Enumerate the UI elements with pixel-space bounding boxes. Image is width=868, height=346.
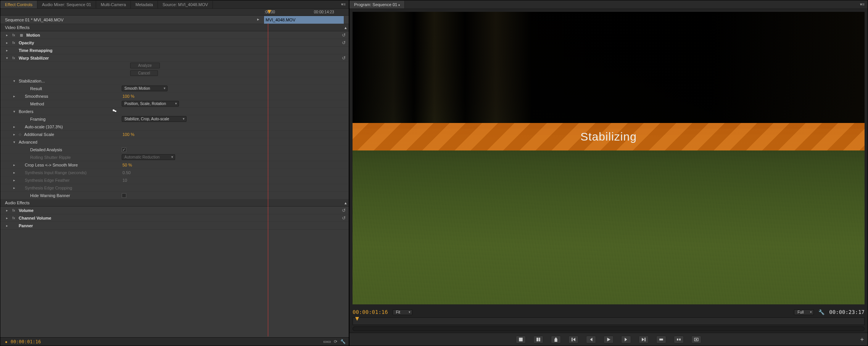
effect-panner[interactable]: ▸ Panner — [0, 222, 349, 230]
twisty-icon[interactable]: ▾ — [11, 79, 17, 83]
effect-label: Motion — [26, 33, 40, 37]
stopwatch-icon[interactable]: ◇ — [17, 133, 23, 136]
audio-effects-collapse-icon[interactable]: ▴ — [345, 200, 347, 205]
prop-label: Additional Scale — [23, 132, 122, 137]
fx-badge-icon[interactable]: fx — [11, 209, 16, 212]
tab-multi-camera[interactable]: Multi-Camera — [96, 1, 131, 8]
tab-program[interactable]: Program: Sequence 01 ▾ — [349, 1, 405, 8]
twisty-icon[interactable]: ▸ — [11, 163, 17, 167]
panel-menu-icon[interactable]: ▾≡ — [860, 2, 868, 7]
effect-time-remapping[interactable]: ▸ Time Remapping — [0, 47, 349, 54]
program-monitor-canvas[interactable]: Stabilizing — [353, 12, 865, 304]
wrench-icon[interactable]: 🔧 — [340, 339, 346, 344]
twisty-icon[interactable]: ▸ — [11, 94, 17, 98]
program-duration-timecode: 00:00:23:17 — [829, 309, 865, 315]
clip-name-chip[interactable]: MVI_4048.MOV — [264, 16, 344, 24]
step-back-button[interactable] — [586, 336, 596, 343]
prop-label: Auto-scale (107.3%) — [23, 124, 122, 129]
sequence-dropdown-icon[interactable]: ▾ — [398, 3, 400, 7]
video-effects-collapse-icon[interactable]: ▴ — [345, 25, 347, 30]
playback-resolution-dropdown[interactable]: Full — [794, 309, 814, 315]
zoom-slider-icon[interactable]: ▭▭ — [323, 339, 331, 344]
settings-wrench-icon[interactable]: 🔧 — [818, 309, 825, 315]
tab-effect-controls[interactable]: Effect Controls — [0, 1, 37, 8]
twisty-icon: ▸ — [11, 171, 17, 175]
fx-badge-icon[interactable]: fx — [11, 41, 16, 45]
smoothness-value[interactable]: 100 % — [122, 94, 134, 99]
fx-badge-icon[interactable]: fx — [11, 56, 16, 60]
group-stabilization[interactable]: ▾ Stabilization... — [0, 77, 349, 85]
effect-channel-volume[interactable]: ▸ fx Channel Volume ↺ — [0, 214, 349, 222]
twisty-icon: ▸ — [11, 178, 17, 182]
twisty-icon[interactable]: ▾ — [11, 110, 17, 113]
loop-icon[interactable]: ⟳ — [334, 339, 337, 344]
go-to-in-button[interactable] — [568, 336, 578, 343]
fx-badge-icon[interactable]: fx — [11, 33, 16, 37]
fx-badge-icon[interactable]: fx — [11, 216, 16, 220]
twisty-icon[interactable]: ▸ — [5, 209, 9, 212]
prop-label: Synthesis Input Range (seconds) — [23, 170, 122, 175]
reset-icon[interactable]: ↺ — [342, 32, 346, 38]
show-timeline-toggle-icon[interactable]: ▸ — [257, 17, 259, 22]
twisty-icon[interactable]: ▸ — [11, 133, 17, 136]
go-to-out-button[interactable] — [639, 336, 649, 343]
twisty-icon[interactable]: ▸ — [11, 125, 17, 129]
program-time-ruler[interactable] — [353, 317, 865, 325]
prop-label: Method — [23, 102, 122, 106]
mark-out-button[interactable] — [533, 336, 543, 343]
effect-controls-playhead-line[interactable] — [268, 23, 268, 336]
footer-timecode[interactable]: 00:00:01:16 — [11, 339, 41, 344]
mark-in-button[interactable] — [516, 336, 526, 343]
cancel-button[interactable]: Cancel — [130, 70, 158, 76]
tab-metadata[interactable]: Metadata — [131, 1, 158, 8]
detailed-analysis-checkbox[interactable]: ✓ — [122, 147, 126, 152]
add-marker-button[interactable] — [551, 336, 561, 343]
reset-icon[interactable]: ↺ — [342, 55, 346, 61]
tab-audio-mixer[interactable]: Audio Mixer: Sequence 01 — [37, 1, 96, 8]
tab-source[interactable]: Source: MVI_4048.MOV — [158, 1, 213, 8]
reset-icon[interactable]: ↺ — [342, 208, 346, 213]
svg-rect-0 — [519, 338, 523, 341]
zoom-fit-dropdown[interactable]: Fit — [393, 309, 412, 315]
twisty-icon[interactable]: ▸ — [5, 49, 9, 52]
method-dropdown[interactable]: Position, Scale, Rotation — [122, 101, 179, 107]
effect-motion[interactable]: ▸ fx ▦ Motion ↺ — [0, 31, 349, 39]
step-forward-button[interactable] — [621, 336, 631, 343]
program-scrollbar[interactable] — [353, 327, 865, 331]
lift-button[interactable] — [656, 336, 666, 343]
effect-warp-stabilizer[interactable]: ▾ fx Warp Stabilizer ↺ — [0, 54, 349, 62]
play-button[interactable] — [604, 336, 614, 343]
crop-less-value[interactable]: 50 % — [122, 163, 132, 167]
synth-range-value: 0.50 — [122, 170, 130, 175]
group-borders[interactable]: ▾ Borders — [0, 108, 349, 115]
export-frame-button[interactable] — [691, 336, 701, 343]
result-dropdown[interactable]: Smooth Motion — [122, 86, 167, 91]
effect-opacity[interactable]: ▸ fx Opacity ↺ — [0, 39, 349, 47]
twisty-icon[interactable]: ▸ — [5, 33, 9, 37]
twisty-icon[interactable]: ▾ — [5, 56, 9, 60]
analyze-button[interactable]: Analyze — [130, 63, 160, 68]
hide-banner-checkbox[interactable] — [122, 193, 126, 198]
additional-scale-value[interactable]: 100 % — [122, 132, 134, 137]
prop-label: Hide Warning Banner — [23, 193, 122, 198]
reset-icon[interactable]: ↺ — [342, 215, 346, 221]
button-editor-icon[interactable]: + — [860, 336, 864, 343]
program-playhead-icon[interactable] — [355, 317, 359, 321]
effect-volume[interactable]: ▸ fx Volume ↺ — [0, 207, 349, 214]
program-time-bar: 00:00:01:16 Fit Full 🔧 00:00:23:17 — [353, 307, 865, 317]
twisty-icon[interactable]: ▸ — [5, 41, 9, 45]
prop-label: Synthesis Edge Feather — [23, 178, 122, 183]
sequence-clip-header: Sequence 01 * MVI_4048.MOV ▸ MVI_4048.MO… — [0, 16, 349, 24]
prop-label: Rolling Shutter Ripple — [23, 155, 122, 160]
extract-button[interactable] — [674, 336, 684, 343]
effect-label: Channel Volume — [19, 216, 51, 220]
twisty-icon[interactable]: ▸ — [5, 224, 9, 228]
twisty-icon[interactable]: ▾ — [11, 140, 17, 144]
framing-dropdown[interactable]: Stabilize, Crop, Auto-scale — [122, 116, 187, 122]
panel-menu-icon[interactable]: ▾≡ — [341, 2, 349, 7]
twisty-icon[interactable]: ▸ — [5, 216, 9, 220]
group-advanced[interactable]: ▾ Advanced — [0, 138, 349, 146]
program-current-timecode[interactable]: 00:00:01:16 — [353, 309, 388, 315]
effect-controls-time-ruler[interactable]: :00:00 00:00:14:23 — [0, 9, 349, 16]
reset-icon[interactable]: ↺ — [342, 40, 346, 45]
